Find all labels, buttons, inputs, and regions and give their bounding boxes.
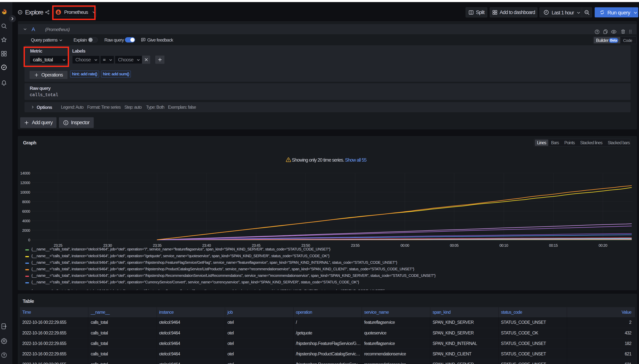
svg-text:14000: 14000 xyxy=(20,171,30,175)
svg-text:23:25: 23:25 xyxy=(54,243,62,248)
svg-text:0: 0 xyxy=(28,238,30,242)
svg-text:2000: 2000 xyxy=(22,228,30,232)
svg-text:23:55: 23:55 xyxy=(351,243,360,248)
svg-text:10000: 10000 xyxy=(20,190,30,194)
svg-text:6000: 6000 xyxy=(22,209,30,214)
svg-text:8000: 8000 xyxy=(22,200,30,204)
svg-text:23:35: 23:35 xyxy=(153,243,162,248)
svg-text:4000: 4000 xyxy=(22,219,30,223)
svg-text:23:40: 23:40 xyxy=(202,243,211,248)
svg-text:00:05: 00:05 xyxy=(450,243,459,248)
svg-text:23:50: 23:50 xyxy=(301,243,310,248)
svg-text:00:20: 00:20 xyxy=(598,243,608,248)
svg-text:23:45: 23:45 xyxy=(252,243,260,248)
svg-text:12000: 12000 xyxy=(20,181,30,185)
svg-text:00:15: 00:15 xyxy=(549,243,558,248)
svg-text:00:00: 00:00 xyxy=(400,243,409,248)
svg-text:00:10: 00:10 xyxy=(500,243,508,248)
svg-text:23:30: 23:30 xyxy=(103,243,112,248)
